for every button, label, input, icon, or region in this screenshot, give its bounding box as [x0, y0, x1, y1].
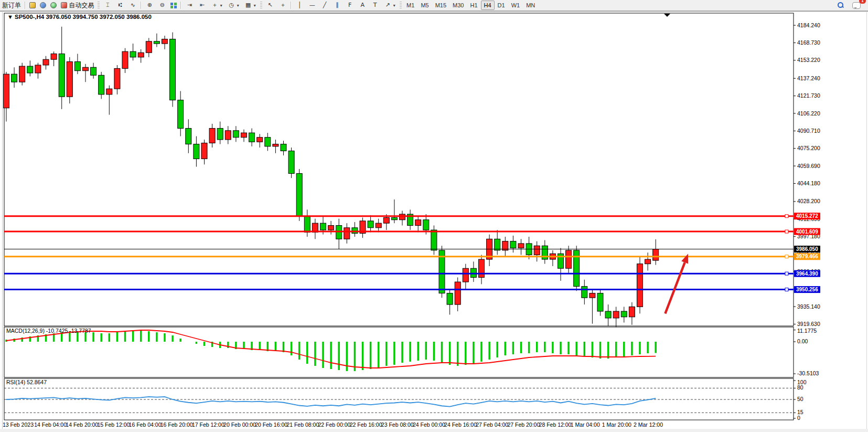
crosshair-button[interactable]: ＋: [276, 1, 289, 10]
candle-down: [288, 151, 294, 173]
price-badge-label: 3986.050: [796, 246, 818, 252]
timeframe-MN[interactable]: MN: [523, 1, 538, 10]
candle-up: [67, 62, 72, 97]
chart-dropdown-icon[interactable]: ▼: [7, 14, 13, 20]
autotrading-button[interactable]: 自动交易: [59, 1, 96, 10]
arrows-tool-button[interactable]: ↗▼: [381, 1, 398, 10]
hline-handle[interactable]: [785, 288, 788, 291]
toolbar-grip[interactable]: [98, 2, 100, 9]
candle-down: [233, 131, 239, 138]
time-axis-label: 22 Feb 16:00: [350, 422, 382, 428]
rsi-tick-label: 80: [797, 384, 803, 391]
toolbar-separator: [180, 2, 181, 9]
toolbar-grip[interactable]: [260, 2, 262, 9]
price-tick-label: 4028.200: [797, 198, 820, 204]
chart-window: ▼SP500-,H4 3976.050 3994.750 3972.050 39…: [0, 11, 868, 429]
label-tool-button[interactable]: T: [369, 1, 381, 10]
macd-tick-label: 0.00: [797, 338, 808, 344]
candle-down: [605, 311, 611, 318]
candle-up: [35, 65, 41, 73]
timeframe-M15[interactable]: M15: [432, 1, 449, 10]
notification-badge: 1: [859, 0, 866, 4]
time-axis-label: 15 Feb 12:00: [97, 422, 130, 428]
period-button[interactable]: ◷▼: [225, 1, 242, 10]
timeframe-W1[interactable]: W1: [508, 1, 523, 10]
hline-handle[interactable]: [785, 215, 788, 218]
candle-up: [613, 311, 619, 318]
text-label-icon: T: [371, 2, 379, 9]
candle-down: [59, 54, 65, 97]
arrows-icon: ↗: [383, 2, 392, 9]
timeframe-M5[interactable]: M5: [417, 1, 432, 10]
timeframe-M1[interactable]: M1: [403, 1, 417, 10]
time-axis-label: 16 Feb 20:00: [160, 422, 193, 428]
bar-chart-button[interactable]: ⌶: [101, 1, 114, 10]
pane-borders: [3, 12, 867, 429]
candle-down: [296, 174, 302, 217]
dropdown-arrow-icon: ▼: [392, 4, 396, 7]
toolbar-separator: [25, 2, 26, 9]
macd-pane[interactable]: [4, 327, 794, 377]
price-badge-label: 3979.466: [796, 254, 818, 259]
publish-button[interactable]: [38, 1, 48, 10]
candle-up: [518, 244, 524, 248]
toolbar-grip[interactable]: [400, 2, 402, 9]
hline-handle[interactable]: [785, 230, 788, 233]
candle-down: [186, 128, 191, 144]
candlestick-chart-button[interactable]: ⑆: [114, 1, 126, 10]
horizontal-line-button[interactable]: —: [306, 1, 318, 10]
candle-up: [637, 264, 643, 307]
hline-handle[interactable]: [785, 272, 788, 275]
equidistant-channel-icon: ∥: [333, 2, 341, 9]
fibonacci-button[interactable]: F: [344, 1, 356, 10]
candle-down: [304, 216, 310, 232]
timeframe-H1[interactable]: H1: [467, 1, 480, 10]
candle-down: [130, 51, 136, 57]
candle-up: [122, 51, 128, 68]
signal-button[interactable]: [48, 1, 59, 10]
search-button[interactable]: [835, 1, 846, 10]
candle-up: [114, 68, 120, 89]
timeframe-H4[interactable]: H4: [481, 1, 495, 10]
candle-up: [43, 59, 49, 65]
candle-up: [106, 89, 112, 94]
text-tool-button[interactable]: A: [356, 1, 369, 10]
new-order-button[interactable]: 新订单: [0, 1, 23, 10]
toolbar-right-group: 1: [835, 1, 868, 10]
equidistant-channel-button[interactable]: ∥: [331, 1, 344, 10]
candle-up: [273, 144, 278, 146]
candle-down: [265, 138, 271, 146]
template-button[interactable]: ▦▼: [242, 1, 259, 10]
trendline-button[interactable]: ╱: [318, 1, 331, 10]
data-window-button[interactable]: ⇥: [183, 1, 196, 10]
chat-bubble-icon: [852, 2, 861, 9]
tile-windows-icon: [170, 3, 177, 8]
hline-handle[interactable]: [785, 255, 788, 258]
candle-down: [27, 66, 33, 73]
bar-chart-icon: ⌶: [103, 2, 112, 9]
chart-canvas[interactable]: ▼SP500-,H4 3976.050 3994.750 3972.050 39…: [0, 12, 868, 429]
notifications-button[interactable]: 1: [850, 1, 863, 10]
timeframe-M30[interactable]: M30: [449, 1, 467, 10]
zoom-in-button[interactable]: ⊕: [143, 1, 156, 10]
candle-up: [534, 246, 540, 255]
price-tick-label: 3935.140: [797, 303, 820, 310]
line-chart-button[interactable]: ∿: [126, 1, 139, 10]
time-axis-label: 13 Feb 2023: [3, 422, 34, 428]
zoom-out-button[interactable]: ⊖: [156, 1, 168, 10]
vertical-line-button[interactable]: │: [293, 1, 306, 10]
cursor-button[interactable]: ↖: [264, 1, 276, 10]
candle-down: [574, 250, 580, 287]
tile-windows-button[interactable]: [168, 1, 179, 10]
candle-up: [138, 52, 144, 57]
add-indicator-button[interactable]: ＋▼: [208, 1, 225, 10]
autoscroll-button[interactable]: ⇤: [196, 1, 208, 10]
candle-down: [352, 228, 358, 234]
layers-button[interactable]: [27, 1, 38, 10]
crosshair-icon: ＋: [278, 2, 287, 9]
dropdown-arrow-icon: ▼: [253, 4, 256, 7]
timeframe-D1[interactable]: D1: [495, 1, 508, 10]
signal-icon: [50, 2, 57, 8]
candle-up: [645, 259, 651, 264]
candle-down: [217, 128, 223, 140]
